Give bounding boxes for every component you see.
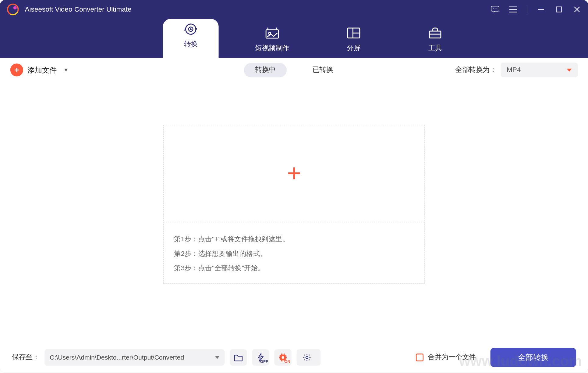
settings-button[interactable] — [297, 349, 321, 365]
convert-all-to-label: 全部转换为： — [455, 66, 496, 75]
svg-rect-11 — [556, 7, 561, 12]
app-window: Aiseesoft Video Converter Ultimate — [0, 0, 588, 372]
menu-icon[interactable] — [509, 5, 517, 14]
main-nav: 转换 短视频制作 分屏 — [0, 19, 588, 58]
open-folder-button[interactable] — [230, 349, 247, 365]
window-controls — [491, 5, 581, 14]
svg-point-5 — [495, 8, 495, 9]
add-files-button[interactable]: + 添加文件 ▼ — [10, 63, 69, 76]
steps: 第1步：点击"+"或将文件拖拽到这里。 第2步：选择想要输出的格式。 第3步：点… — [164, 222, 424, 283]
nav-mv[interactable]: 短视频制作 — [244, 27, 300, 58]
app-logo — [7, 3, 19, 15]
step-1: 第1步：点击"+"或将文件拖拽到这里。 — [174, 231, 414, 246]
status-tabs: 转换中 已转换 — [244, 63, 344, 77]
gpu-toggle[interactable]: ON — [274, 349, 291, 365]
svg-point-6 — [497, 8, 497, 9]
nav-convert[interactable]: 转换 — [163, 19, 219, 58]
tab-converted[interactable]: 已转换 — [301, 63, 344, 77]
svg-marker-16 — [190, 28, 192, 30]
svg-point-43 — [306, 356, 308, 359]
toolbox-icon — [428, 27, 442, 39]
nav-toolbox-label: 工具 — [428, 44, 442, 53]
chevron-down-icon — [215, 356, 219, 358]
step-3: 第3步：点击"全部转换"开始。 — [174, 261, 414, 275]
nav-convert-label: 转换 — [184, 40, 198, 49]
convert-icon — [183, 23, 198, 36]
add-files-label: 添加文件 — [27, 65, 57, 75]
format-value: MP4 — [507, 66, 521, 74]
maximize-icon[interactable] — [555, 5, 563, 14]
close-icon[interactable] — [573, 5, 581, 14]
nav-mv-label: 短视频制作 — [255, 44, 289, 53]
flash-toggle[interactable]: OFF — [252, 349, 269, 365]
gpu-on-label: ON — [285, 359, 290, 364]
svg-point-4 — [493, 8, 494, 9]
app-title: Aiseesoft Video Converter Ultimate — [25, 5, 132, 13]
output-path-value: C:\Users\Admin\Deskto...rter\Output\Conv… — [50, 353, 184, 361]
dropdown-caret-icon — [567, 68, 572, 71]
flash-off-label: OFF — [260, 359, 268, 364]
header: Aiseesoft Video Converter Ultimate — [0, 0, 588, 58]
format-select[interactable]: MP4 — [501, 63, 578, 77]
checkbox-icon — [416, 353, 423, 361]
nav-toolbox[interactable]: 工具 — [407, 27, 463, 58]
collage-icon — [346, 27, 361, 39]
svg-point-30 — [282, 356, 284, 358]
mv-icon — [265, 27, 280, 39]
plus-icon: + — [10, 63, 23, 76]
separator — [527, 5, 527, 13]
drop-zone[interactable]: + 第1步：点击"+"或将文件拖拽到这里。 第2步：选择想要输出的格式。 第3步… — [163, 125, 425, 284]
step-2: 第2步：选择想要输出的格式。 — [174, 246, 414, 261]
minimize-icon[interactable] — [537, 5, 545, 14]
convert-all-button[interactable]: 全部转换 — [491, 348, 576, 367]
titlebar: Aiseesoft Video Converter Ultimate — [0, 0, 588, 19]
tab-converting[interactable]: 转换中 — [244, 63, 287, 77]
toolbar: + 添加文件 ▼ 转换中 已转换 全部转换为： MP4 — [0, 58, 588, 82]
convert-all-to: 全部转换为： MP4 — [455, 63, 578, 77]
nav-collage[interactable]: 分屏 — [326, 27, 381, 58]
main-area: + 第1步：点击"+"或将文件拖拽到这里。 第2步：选择想要输出的格式。 第3步… — [0, 82, 588, 342]
chevron-down-icon: ▼ — [63, 67, 69, 73]
svg-point-2 — [13, 6, 17, 9]
merge-label: 合并为一个文件 — [428, 353, 476, 362]
feedback-icon[interactable] — [491, 5, 499, 14]
big-plus-icon: + — [287, 162, 301, 186]
save-to-label: 保存至： — [12, 353, 39, 362]
output-path-select[interactable]: C:\Users\Admin\Deskto...rter\Output\Conv… — [44, 349, 225, 365]
bottom-bar: 保存至： C:\Users\Admin\Deskto...rter\Output… — [0, 342, 588, 372]
merge-checkbox[interactable]: 合并为一个文件 — [416, 353, 476, 362]
nav-collage-label: 分屏 — [347, 44, 360, 53]
drop-target[interactable]: + — [164, 125, 424, 222]
